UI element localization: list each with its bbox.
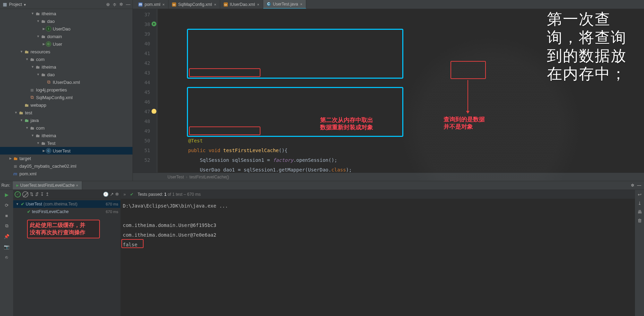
tree-twisty-icon[interactable]: ▶: [42, 42, 46, 46]
code-line[interactable]: SqlSession sqlSession1 = factory.openSes…: [165, 155, 644, 165]
test-twisty-icon[interactable]: ▼: [15, 202, 19, 206]
line-number[interactable]: 40: [133, 39, 150, 49]
run-settings-icon[interactable]: ✲: [631, 183, 634, 188]
tree-twisty-icon[interactable]: ▼: [14, 111, 18, 114]
rerun-button[interactable]: ▶: [3, 191, 10, 198]
line-number[interactable]: 37: [133, 10, 150, 19]
tree-twisty-icon[interactable]: ▼: [31, 65, 35, 69]
tree-twisty-icon[interactable]: ▼: [25, 58, 29, 61]
expand-all-icon[interactable]: ↧: [40, 192, 44, 197]
test-tree[interactable]: ▼✔UserTest (com.itheima.Test)670 ms✔test…: [13, 199, 120, 316]
line-number[interactable]: 49: [133, 126, 150, 136]
hide-icon[interactable]: —: [126, 2, 130, 7]
line-number[interactable]: 52: [133, 155, 150, 165]
editor-tab[interactable]: ‹›IUserDao.xml×: [220, 0, 263, 9]
line-number[interactable]: 39: [133, 29, 150, 39]
tab-close-icon[interactable]: ×: [300, 2, 302, 6]
show-ignored-icon[interactable]: [22, 191, 28, 198]
scroll-end-icon[interactable]: ⤓: [638, 201, 642, 206]
run-line-icon[interactable]: [152, 21, 156, 26]
soft-wrap-icon[interactable]: ↩: [638, 192, 642, 197]
breadcrumb[interactable]: UserTest › testFirstLevelCache(): [133, 173, 644, 181]
tree-item[interactable]: ≣day05_mybatis_cache02.iml: [0, 162, 132, 170]
tree-item[interactable]: ⧉IUserDao.xml: [0, 78, 132, 86]
sort-icon-1[interactable]: ⇅: [30, 192, 34, 197]
tree-item[interactable]: ▶IUserDao: [0, 25, 132, 33]
tree-item[interactable]: ▼🖿dao: [0, 71, 132, 78]
tree-item[interactable]: ▶CUser: [0, 40, 132, 48]
tree-item[interactable]: ▶🖿target: [0, 155, 132, 162]
tree-twisty-icon[interactable]: ▼: [19, 50, 24, 53]
tree-item[interactable]: ▼🖿itheima: [0, 132, 132, 139]
line-number[interactable]: 41: [133, 49, 150, 58]
show-passed-icon[interactable]: ✓: [15, 191, 21, 198]
clear-icon[interactable]: 🗑: [637, 218, 642, 223]
camera-icon[interactable]: 📷: [3, 243, 10, 250]
code-line[interactable]: @Test: [165, 136, 644, 146]
project-title[interactable]: Project: [9, 2, 22, 7]
tree-item[interactable]: ⧉SqlMapConfig.xml: [0, 94, 132, 101]
console-output[interactable]: D:\Java\Eclipse\JDK\bin\java.exe ...com.…: [121, 199, 635, 316]
expand-icon[interactable]: ≑: [113, 2, 117, 7]
tree-twisty-icon[interactable]: ▼: [36, 73, 40, 76]
intention-bulb-icon[interactable]: [152, 109, 156, 114]
exit-button[interactable]: ⎋: [3, 254, 10, 261]
tree-twisty-icon[interactable]: ▼: [31, 134, 35, 137]
tree-twisty-icon[interactable]: ▼: [25, 126, 29, 130]
layout-button[interactable]: ⧉: [3, 222, 10, 229]
tree-item[interactable]: ▼🖿java: [0, 116, 132, 124]
tree-twisty-icon[interactable]: ▼: [36, 19, 40, 23]
tree-twisty-icon[interactable]: ▶: [8, 157, 12, 160]
tree-twisty-icon[interactable]: ▼: [31, 12, 35, 15]
tree-item[interactable]: ▼🖿resources: [0, 48, 132, 55]
breadcrumb-method[interactable]: testFirstLevelCache(): [189, 175, 229, 179]
tree-item[interactable]: ▼🖿test: [0, 109, 132, 116]
stop-button[interactable]: ■: [3, 212, 10, 219]
line-number[interactable]: 46: [133, 97, 150, 107]
run-hide-icon[interactable]: —: [637, 183, 641, 188]
tree-twisty-icon[interactable]: ▼: [36, 141, 40, 145]
print-icon[interactable]: 🖶: [637, 209, 642, 214]
settings-icon[interactable]: ✲: [119, 2, 123, 7]
status-more-icon[interactable]: »: [123, 192, 126, 197]
code-line[interactable]: UserDao dao1 = sqlSession1.getMapper(Use…: [165, 165, 644, 173]
project-tree[interactable]: ▼🖿itheima▼🖿dao▶IUserDao▼🖿domain▶CUser▼🖿r…: [0, 9, 132, 181]
test-tree-item[interactable]: ✔testFirstLevelCache670 ms: [13, 208, 120, 216]
run-tab-close-icon[interactable]: ×: [76, 183, 78, 187]
tree-twisty-icon[interactable]: ▶: [42, 27, 46, 30]
tree-item[interactable]: ▼🖿com: [0, 124, 132, 132]
tree-item[interactable]: mpom.xml: [0, 170, 132, 177]
breadcrumb-class[interactable]: UserTest: [168, 175, 184, 179]
line-number[interactable]: 42: [133, 58, 150, 68]
test-tree-item[interactable]: ▼✔UserTest (com.itheima.Test)670 ms: [13, 200, 120, 208]
line-number[interactable]: 43: [133, 68, 150, 78]
history-icon[interactable]: 🕘: [103, 192, 109, 197]
toggle-button[interactable]: ⟳: [3, 202, 10, 209]
line-number[interactable]: 38: [133, 19, 150, 29]
tree-item[interactable]: ▼🖿Test: [0, 139, 132, 147]
tree-twisty-icon[interactable]: ▶: [42, 149, 46, 152]
line-number[interactable]: 44: [133, 78, 150, 87]
tree-twisty-icon[interactable]: ▼: [36, 35, 40, 38]
editor-tab[interactable]: CUserTest.java×: [263, 0, 306, 9]
tree-item[interactable]: ≣log4j.properties: [0, 86, 132, 94]
line-number[interactable]: 45: [133, 87, 150, 97]
tree-item[interactable]: 🖿webapp: [0, 101, 132, 109]
export-icon[interactable]: ↗: [110, 192, 114, 197]
pin-button[interactable]: 📌: [3, 233, 10, 240]
editor-tab[interactable]: ‹›SqlMapConfig.xml×: [169, 0, 220, 9]
line-number[interactable]: 50: [133, 136, 150, 146]
collapse-all-icon[interactable]: ↥: [45, 192, 49, 197]
project-dropdown-icon[interactable]: ▼: [23, 3, 26, 7]
line-number[interactable]: 51: [133, 146, 150, 155]
test-settings-icon[interactable]: ✲: [115, 192, 119, 197]
tab-close-icon[interactable]: ×: [214, 2, 216, 7]
tree-item[interactable]: ▼🖿itheima: [0, 10, 132, 17]
code-line[interactable]: public void testFirstLevelCache(){: [165, 146, 644, 155]
editor-tab[interactable]: mpom.xml×: [135, 0, 169, 9]
locate-icon[interactable]: ⊕: [106, 2, 110, 7]
tree-item[interactable]: ▼🖿domain: [0, 33, 132, 40]
code-area[interactable]: 第一次查 询，将查询 到的数据放 在内存中； 查询到的是数据 并不是对象 第二次…: [158, 9, 644, 173]
tree-item[interactable]: ▼🖿dao: [0, 17, 132, 25]
tab-close-icon[interactable]: ×: [162, 2, 164, 7]
